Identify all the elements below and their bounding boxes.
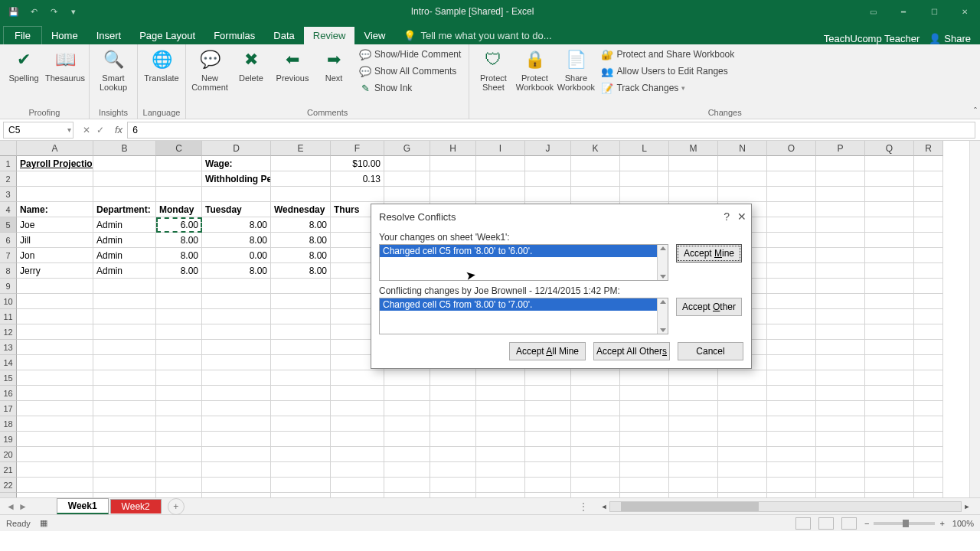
- cell-J23[interactable]: [525, 493, 571, 497]
- cell-E8[interactable]: 8.00: [271, 263, 331, 279]
- cell-R20[interactable]: [914, 447, 943, 462]
- row-header-8[interactable]: 8: [0, 263, 17, 279]
- cell-B23[interactable]: [93, 493, 156, 497]
- tab-insert[interactable]: Insert: [87, 27, 131, 44]
- cell-H2[interactable]: [430, 171, 476, 187]
- cell-F2[interactable]: 0.13: [331, 171, 384, 187]
- cell-B20[interactable]: [93, 447, 156, 462]
- cell-G16[interactable]: [384, 386, 430, 401]
- cell-J2[interactable]: [525, 171, 571, 187]
- cell-Q18[interactable]: [865, 416, 914, 432]
- cell-H20[interactable]: [430, 447, 476, 462]
- col-header-B[interactable]: B: [93, 141, 156, 156]
- cell-D6[interactable]: 8.00: [202, 233, 271, 248]
- dialog-help-icon[interactable]: ?: [724, 210, 730, 223]
- cell-P21[interactable]: [816, 462, 865, 478]
- cell-P20[interactable]: [816, 447, 865, 462]
- cell-N3[interactable]: [718, 187, 767, 202]
- cell-E22[interactable]: [271, 478, 331, 493]
- cell-K16[interactable]: [571, 386, 620, 401]
- cell-C9[interactable]: [156, 279, 202, 294]
- cell-R15[interactable]: [914, 370, 943, 386]
- tab-review[interactable]: Review: [304, 27, 355, 44]
- cell-F22[interactable]: [331, 478, 384, 493]
- row-header-23[interactable]: 23: [0, 493, 17, 497]
- listbox-scrollbar[interactable]: [657, 298, 668, 334]
- smart-lookup-button[interactable]: 🔍Smart Lookup: [94, 46, 132, 93]
- cell-D1[interactable]: Wage:: [202, 156, 271, 171]
- ribbon-options-icon[interactable]: ▭: [858, 0, 888, 23]
- row-header-3[interactable]: 3: [0, 187, 17, 202]
- cell-C17[interactable]: [156, 401, 202, 416]
- cell-L21[interactable]: [620, 462, 669, 478]
- cell-C2[interactable]: [156, 171, 202, 187]
- cell-B15[interactable]: [93, 370, 156, 386]
- cell-P1[interactable]: [816, 156, 865, 171]
- cell-D7[interactable]: 0.00: [202, 248, 271, 263]
- cell-B6[interactable]: Admin: [93, 233, 156, 248]
- cell-E14[interactable]: [271, 355, 331, 370]
- cell-O7[interactable]: [767, 248, 816, 263]
- cell-P6[interactable]: [816, 233, 865, 248]
- cell-P8[interactable]: [816, 263, 865, 279]
- cell-R10[interactable]: [914, 294, 943, 309]
- cell-H22[interactable]: [430, 478, 476, 493]
- cell-Q5[interactable]: [865, 217, 914, 233]
- cell-A13[interactable]: [17, 340, 93, 355]
- cell-I20[interactable]: [476, 447, 525, 462]
- cell-A3[interactable]: [17, 187, 93, 202]
- conflicting-changes-listbox[interactable]: Changed cell C5 from '8.00' to '7.00'.: [379, 298, 668, 334]
- cell-C7[interactable]: 8.00: [156, 248, 202, 263]
- col-header-J[interactable]: J: [525, 141, 571, 156]
- cell-B8[interactable]: Admin: [93, 263, 156, 279]
- cell-Q1[interactable]: [865, 156, 914, 171]
- cell-D13[interactable]: [202, 340, 271, 355]
- cell-P9[interactable]: [816, 279, 865, 294]
- cell-D15[interactable]: [202, 370, 271, 386]
- cell-H3[interactable]: [430, 187, 476, 202]
- cell-O13[interactable]: [767, 340, 816, 355]
- cell-F21[interactable]: [331, 462, 384, 478]
- sheet-tab-week2[interactable]: Week2: [110, 499, 162, 514]
- cell-R3[interactable]: [914, 187, 943, 202]
- cell-D19[interactable]: [202, 432, 271, 447]
- view-normal-icon[interactable]: [795, 517, 811, 530]
- row-header-19[interactable]: 19: [0, 432, 17, 447]
- cell-E23[interactable]: [271, 493, 331, 497]
- cell-Q17[interactable]: [865, 401, 914, 416]
- cell-N1[interactable]: [718, 156, 767, 171]
- cell-A22[interactable]: [17, 478, 93, 493]
- select-all-corner[interactable]: [0, 141, 17, 156]
- redo-icon[interactable]: ↷: [46, 4, 61, 19]
- row-header-16[interactable]: 16: [0, 386, 17, 401]
- cell-L22[interactable]: [620, 478, 669, 493]
- cell-F1[interactable]: $10.00: [331, 156, 384, 171]
- cell-I17[interactable]: [476, 401, 525, 416]
- row-header-7[interactable]: 7: [0, 248, 17, 263]
- cell-H21[interactable]: [430, 462, 476, 478]
- cell-L17[interactable]: [620, 401, 669, 416]
- show-hide-comment-button[interactable]: 💬Show/Hide Comment: [356, 46, 464, 63]
- cell-F23[interactable]: [331, 493, 384, 497]
- cell-I16[interactable]: [476, 386, 525, 401]
- cell-A4[interactable]: Name:: [17, 202, 93, 217]
- cell-P11[interactable]: [816, 309, 865, 324]
- your-change-item[interactable]: Changed cell C5 from '8.00' to '6.00'.: [380, 245, 668, 257]
- cell-J15[interactable]: [525, 370, 571, 386]
- col-header-M[interactable]: M: [669, 141, 718, 156]
- cell-P22[interactable]: [816, 478, 865, 493]
- cell-B17[interactable]: [93, 401, 156, 416]
- cell-M16[interactable]: [669, 386, 718, 401]
- cell-P23[interactable]: [816, 493, 865, 497]
- protect-workbook-button[interactable]: 🔒Protect Workbook: [515, 46, 554, 93]
- cell-A14[interactable]: [17, 355, 93, 370]
- cell-Q7[interactable]: [865, 248, 914, 263]
- cell-A23[interactable]: [17, 493, 93, 497]
- cell-A21[interactable]: [17, 462, 93, 478]
- cell-N22[interactable]: [718, 478, 767, 493]
- cell-E7[interactable]: 8.00: [271, 248, 331, 263]
- formula-input[interactable]: 6: [127, 122, 975, 139]
- cell-R6[interactable]: [914, 233, 943, 248]
- cell-C15[interactable]: [156, 370, 202, 386]
- cell-N2[interactable]: [718, 171, 767, 187]
